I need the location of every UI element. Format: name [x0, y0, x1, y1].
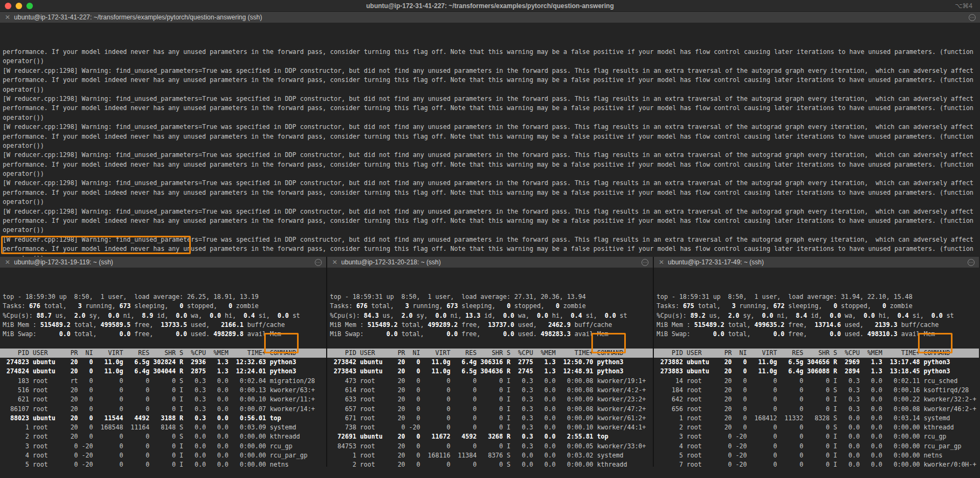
window-shortcut-hint: ⌥⌘4 [955, 2, 972, 10]
pane-title: ubuntu@ip-172-31-19-119: ~ (ssh) [14, 258, 113, 266]
terminal-line: operator()) [3, 57, 980, 66]
process-row: 5 root 0 -20 0 0 0 I 0.0 0.0 0:00.00 net… [657, 451, 979, 460]
process-row: 14 root 20 0 0 0 0 I 0.3 0.0 0:02.11 rcu… [657, 377, 979, 386]
terminal-line: performance. If your model indeed never … [3, 104, 980, 113]
terminal-line: top - 18:59:31 up 8:50, 1 user, load ave… [657, 292, 979, 302]
terminal-line: performance. If your model indeed never … [3, 188, 980, 197]
terminal-line: operator()) [3, 85, 980, 94]
terminal-line: operator()) [3, 141, 980, 151]
process-row: 516 root 20 0 0 0 0 I 0.3 0.0 0:00.13 kw… [3, 386, 326, 395]
process-row: 84753 root 20 0 0 0 0 I 0.3 0.0 0:00.05 … [330, 442, 653, 451]
bottom-pane-row: ✕ ubuntu@ip-172-31-19-119: ~ (ssh) ⋯ top… [0, 257, 980, 467]
terminal-line: [W reducer.cpp:1298] Warning: find_unuse… [3, 235, 980, 244]
pane-titlebar: ✕ ubuntu@ip-172-31-20-218: ~ (ssh) ⋯ [327, 257, 653, 268]
traffic-lights [0, 3, 33, 9]
close-pane-icon[interactable]: ✕ [5, 14, 10, 21]
process-row: 273843 ubuntu 20 0 11.0g 6.5g 304636 R 2… [330, 367, 653, 376]
terminal-line: operator()) [3, 169, 980, 179]
process-table-header: PID USER PR NI VIRT RES SHR S %CPU %MEM … [0, 349, 326, 358]
process-row: 2 root 20 0 0 0 0 S 0.0 0.0 0:00.00 kthr… [3, 432, 326, 441]
pane-title: ubuntu@ip-172-31-20-218: ~ (ssh) [341, 258, 441, 266]
close-pane-icon[interactable]: ✕ [5, 259, 10, 265]
process-row: 642 root 20 0 0 0 0 I 0.3 0.0 0:00.22 kw… [657, 395, 979, 404]
terminal-line: top - 18:59:30 up 8:50, 1 user, load ave… [3, 292, 326, 302]
terminal-line: %Cpu(s): 89.2 us, 2.0 sy, 0.0 ni, 8.4 id… [657, 311, 979, 320]
window-titlebar: ubuntu@ip-172-31-41-227: ~/transformers/… [0, 0, 980, 12]
terminal-window: ubuntu@ip-172-31-41-227: ~/transformers/… [0, 0, 980, 478]
process-row: 183 root rt 0 0 0 0 S 0.3 0.0 0:02.04 mi… [3, 377, 326, 386]
process-row: 2 root 20 0 0 0 0 S 0.0 0.0 0:00.00 kthr… [657, 423, 979, 432]
terminal-line: [W reducer.cpp:1298] Warning: find_unuse… [3, 122, 980, 132]
terminal-line: performance. If your model indeed never … [3, 160, 980, 169]
pane-host-20-218: ✕ ubuntu@ip-172-31-20-218: ~ (ssh) ⋯ top… [326, 257, 653, 467]
pane-menu-icon[interactable]: ⋯ [968, 259, 975, 266]
process-row: 614 root 20 0 0 0 0 I 0.3 0.0 0:00.08 kw… [330, 386, 653, 395]
pane-terminal-output[interactable]: top - 18:59:31 up 8:50, 1 user, load ave… [327, 268, 653, 467]
pane-host-17-49: ✕ ubuntu@ip-172-31-17-49: ~ (ssh) ⋯ top … [653, 257, 979, 467]
process-row: 72691 ubuntu 20 0 11672 4592 3268 R 0.3 … [330, 432, 653, 441]
terminal-line: [W reducer.cpp:1298] Warning: find_unuse… [3, 151, 980, 160]
process-row: 656 root 20 0 0 0 0 I 0.3 0.0 0:00.08 kw… [657, 405, 979, 414]
process-row: 88023 ubuntu 20 0 11544 4492 3188 R 0.3 … [3, 414, 326, 423]
process-row: 621 root 20 0 0 0 0 I 0.3 0.0 0:00.10 kw… [3, 395, 326, 404]
process-row: 4 root 0 -20 0 0 0 I 0.0 0.0 0:00.00 rcu… [657, 442, 979, 451]
pane-menu-icon[interactable]: ⋯ [315, 259, 322, 266]
terminal-line: Tasks: 676 total, 3 running, 673 sleepin… [330, 302, 653, 311]
process-row: 657 root 20 0 0 0 0 I 0.3 0.0 0:00.08 kw… [330, 405, 653, 414]
process-table-header: PID USER PR NI VIRT RES SHR S %CPU %MEM … [327, 349, 653, 358]
terminal-line: performance. If your model indeed never … [3, 244, 980, 254]
terminal-line: top - 18:59:31 up 8:50, 1 user, load ave… [330, 292, 653, 302]
terminal-line: [W reducer.cpp:1298] Warning: find_unuse… [3, 66, 980, 76]
terminal-line [3, 339, 326, 348]
process-row: 274823 ubuntu 20 0 11.0g 6.5g 302824 R 2… [3, 358, 326, 367]
process-row: 274824 ubuntu 20 0 11.0g 6.4g 304044 R 2… [3, 367, 326, 376]
process-row: 273882 ubuntu 20 0 11.0g 6.5g 304656 R 2… [657, 358, 979, 367]
process-row: 3 root 0 -20 0 0 0 I 0.0 0.0 0:00.00 rcu… [3, 442, 326, 451]
pane-host-19-119: ✕ ubuntu@ip-172-31-19-119: ~ (ssh) ⋯ top… [0, 257, 326, 467]
pane-titlebar: ✕ ubuntu@ip-172-31-19-119: ~ (ssh) ⋯ [0, 257, 326, 268]
terminal-line [330, 339, 653, 348]
terminal-line [657, 339, 979, 348]
process-row: 3 root 0 -20 0 0 0 I 0.0 0.0 0:00.00 rcu… [657, 432, 979, 441]
pane-terminal-output[interactable]: top - 18:59:30 up 8:50, 1 user, load ave… [0, 268, 326, 467]
top-pane-title: ubuntu@ip-172-31-41-227: ~/transformers/… [14, 13, 262, 21]
terminal-line: operator()) [3, 113, 980, 122]
pane-titlebar: ✕ ubuntu@ip-172-31-17-49: ~ (ssh) ⋯ [654, 257, 979, 268]
pane-menu-icon[interactable]: ⋯ [969, 14, 976, 21]
terminal-line: MiB Swap: 0.0 total, 0.0 free, 0.0 used.… [3, 330, 326, 339]
close-pane-icon[interactable]: ✕ [332, 259, 337, 265]
top-terminal-output[interactable]: performance. If your model indeed never … [0, 23, 980, 257]
terminal-line: operator()) [3, 226, 980, 235]
minimize-window-button[interactable] [16, 3, 22, 9]
top-pane-titlebar: ✕ ubuntu@ip-172-31-41-227: ~/transformer… [0, 12, 980, 23]
close-pane-icon[interactable]: ✕ [659, 259, 664, 265]
process-row: 273842 ubuntu 20 0 11.0g 6.4g 306316 R 2… [330, 358, 653, 367]
terminal-line: MiB Mem : 515489.2 total, 499289.2 free,… [330, 320, 653, 330]
process-row: 1 root 20 0 168116 11384 8376 S 0.0 0.0 … [330, 451, 653, 460]
pane-menu-icon[interactable]: ⋯ [641, 259, 648, 266]
process-row: 273883 ubuntu 20 0 11.0g 6.4g 306088 R 2… [657, 367, 979, 376]
process-row: 86107 root 20 0 0 0 0 I 0.3 0.0 0:00.07 … [3, 405, 326, 414]
terminal-line: MiB Mem : 515489.2 total, 499635.2 free,… [657, 320, 979, 330]
process-row: 738 root 0 -20 0 0 0 I 0.3 0.0 0:00.10 k… [330, 423, 653, 432]
process-row: 671 root 20 0 0 0 0 I 0.3 0.0 0:00.09 kw… [330, 414, 653, 423]
process-row: 4 root 0 -20 0 0 0 I 0.0 0.0 0:00.00 rcu… [3, 451, 326, 460]
terminal-line: [W reducer.cpp:1298] Warning: find_unuse… [3, 94, 980, 104]
terminal-line: MiB Mem : 515489.2 total, 499589.5 free,… [3, 320, 326, 330]
pane-title: ubuntu@ip-172-31-17-49: ~ (ssh) [668, 258, 764, 266]
process-row: 5 root 0 -20 0 0 0 I 0.0 0.0 0:00.00 net… [3, 460, 326, 467]
window-title: ubuntu@ip-172-31-41-227: ~/transformers/… [0, 2, 980, 10]
terminal-line: %Cpu(s): 88.7 us, 2.0 sy, 0.0 ni, 8.9 id… [3, 311, 326, 320]
terminal-line: Tasks: 675 total, 3 running, 672 sleepin… [657, 302, 979, 311]
terminal-line: performance. If your model indeed never … [3, 47, 980, 57]
terminal-line: performance. If your model indeed never … [3, 132, 980, 141]
process-row: 633 root 20 0 0 0 0 I 0.3 0.0 0:00.09 kw… [330, 395, 653, 404]
pane-terminal-output[interactable]: top - 18:59:31 up 8:50, 1 user, load ave… [654, 268, 979, 467]
terminal-line: %Cpu(s): 84.3 us, 2.0 sy, 0.0 ni, 13.3 i… [330, 311, 653, 320]
process-row: 1 root 20 0 168412 11332 8328 S 0.0 0.0 … [657, 414, 979, 423]
process-row: 473 root 20 0 0 0 0 I 0.3 0.0 0:00.08 kw… [330, 377, 653, 386]
close-window-button[interactable] [5, 3, 11, 9]
terminal-line: [W reducer.cpp:1298] Warning: find_unuse… [3, 207, 980, 216]
zoom-window-button[interactable] [26, 3, 33, 9]
process-row: 184 root 20 0 0 0 0 S 0.3 0.0 0:00.16 ks… [657, 386, 979, 395]
